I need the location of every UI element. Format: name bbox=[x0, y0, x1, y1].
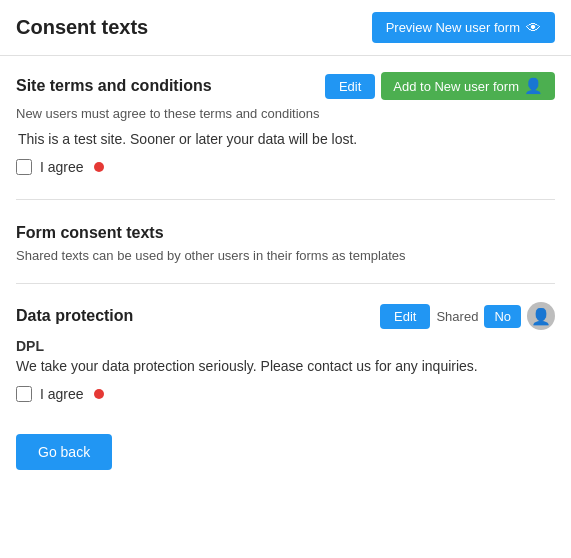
dp-label: DPL bbox=[16, 338, 555, 354]
page-title: Consent texts bbox=[16, 16, 148, 39]
dp-edit-button[interactable]: Edit bbox=[380, 304, 430, 329]
preview-button[interactable]: Preview New user form 👁 bbox=[372, 12, 555, 43]
dp-title: Data protection bbox=[16, 307, 133, 325]
eye-icon: 👁 bbox=[526, 19, 541, 36]
dp-checkbox[interactable] bbox=[16, 386, 32, 402]
dp-shared-label: Shared bbox=[436, 309, 478, 324]
person-icon: 👤 bbox=[524, 77, 543, 95]
dp-no-button[interactable]: No bbox=[484, 305, 521, 328]
form-consent-section: Form consent texts Shared texts can be u… bbox=[0, 208, 571, 275]
dp-agree-row: I agree bbox=[16, 386, 555, 402]
add-label: Add to New user form bbox=[393, 79, 519, 94]
site-terms-description: New users must agree to these terms and … bbox=[16, 106, 555, 121]
dp-avatar-icon: 👤 bbox=[527, 302, 555, 330]
dp-agree-label: I agree bbox=[40, 386, 84, 402]
site-terms-agree-label: I agree bbox=[40, 159, 84, 175]
preview-label: Preview New user form bbox=[386, 20, 520, 35]
site-terms-agree-row: I agree bbox=[16, 159, 555, 175]
go-back-button[interactable]: Go back bbox=[16, 434, 112, 470]
site-terms-checkbox[interactable] bbox=[16, 159, 32, 175]
divider-1 bbox=[16, 199, 555, 200]
footer: Go back bbox=[0, 418, 571, 486]
data-protection-section: Data protection Edit Shared No 👤 DPL We … bbox=[0, 292, 571, 418]
divider-2 bbox=[16, 283, 555, 284]
dp-actions: Edit Shared No 👤 bbox=[380, 302, 555, 330]
site-terms-edit-button[interactable]: Edit bbox=[325, 74, 375, 99]
form-consent-title: Form consent texts bbox=[16, 224, 555, 242]
site-terms-actions: Edit Add to New user form 👤 bbox=[325, 72, 555, 100]
site-terms-section: Site terms and conditions Edit Add to Ne… bbox=[0, 56, 571, 191]
site-terms-add-button[interactable]: Add to New user form 👤 bbox=[381, 72, 555, 100]
site-terms-title: Site terms and conditions bbox=[16, 77, 212, 95]
form-consent-description: Shared texts can be used by other users … bbox=[16, 248, 555, 263]
dp-text: We take your data protection seriously. … bbox=[16, 358, 555, 374]
page-header: Consent texts Preview New user form 👁 bbox=[0, 0, 571, 56]
site-terms-header: Site terms and conditions Edit Add to Ne… bbox=[16, 72, 555, 100]
dp-required-dot bbox=[94, 389, 104, 399]
site-terms-body: This is a test site. Sooner or later you… bbox=[16, 131, 555, 147]
site-terms-required-dot bbox=[94, 162, 104, 172]
dp-header: Data protection Edit Shared No 👤 bbox=[16, 302, 555, 330]
